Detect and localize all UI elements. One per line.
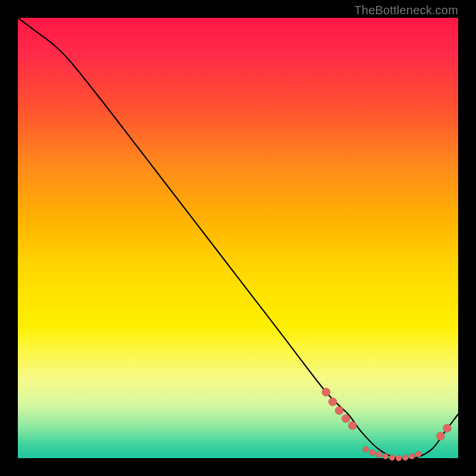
data-marker (396, 455, 402, 461)
data-marker (436, 432, 444, 440)
data-marker (383, 453, 389, 459)
data-marker (415, 451, 421, 457)
plot-area (18, 18, 458, 458)
data-marker (376, 452, 382, 458)
chart-overlay (18, 18, 458, 458)
data-marker (389, 455, 395, 461)
data-marker (369, 449, 375, 455)
data-marker (322, 388, 330, 396)
data-marker (328, 397, 337, 406)
data-marker (363, 446, 369, 452)
attribution-label: TheBottleneck.com (354, 4, 458, 17)
chart-stage: TheBottleneck.com (0, 0, 476, 476)
marker-group (322, 388, 452, 461)
data-marker (342, 414, 350, 422)
data-marker (402, 455, 408, 461)
bottleneck-curve (18, 18, 458, 459)
data-marker (409, 453, 415, 459)
data-marker (348, 421, 356, 430)
data-marker (443, 424, 452, 433)
data-marker (335, 406, 343, 415)
